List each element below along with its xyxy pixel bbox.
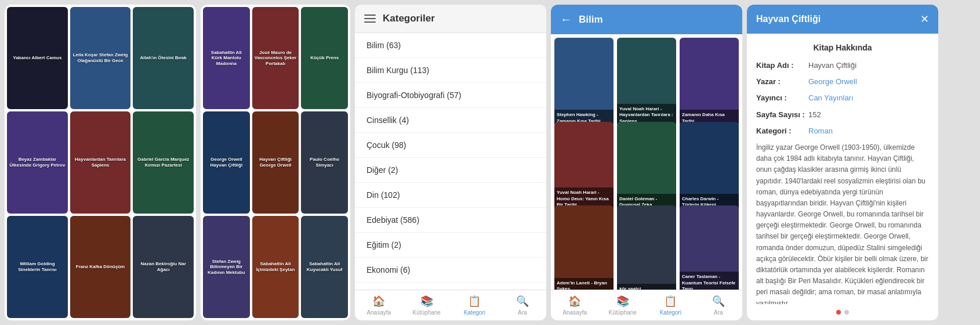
category-item-felsefe[interactable]: Felsefe (142) xyxy=(355,283,546,290)
book-cover[interactable]: Sabahattin Ali Kuyucaklı Yusuf xyxy=(301,216,348,318)
nav-icon: 📋 xyxy=(468,295,481,308)
detail-row-yazar: Yazar :George Orwell xyxy=(756,77,929,87)
category-item-bilim-kurgu[interactable]: Bilim Kurgu (113) xyxy=(355,58,546,83)
panel-bilim: ← Bilim Stephen Hawking - Zamanın Kısa T… xyxy=(551,5,742,320)
detail-row-kitap_adi: Kitap Adı :Hayvan Çiftliği xyxy=(756,60,929,71)
detail-value-sayfa: 152 xyxy=(808,110,821,120)
detail-label-kitap_adi: Kitap Adı : xyxy=(756,60,808,71)
close-icon[interactable]: ✕ xyxy=(920,13,929,26)
nav-icon: 🔍 xyxy=(516,295,529,308)
detail-fields: Kitap Adı :Hayvan ÇiftliğiYazar :George … xyxy=(756,60,929,136)
bilim-book-cover[interactable]: Stephen Hawking - Zamanın Kısa Tarihi xyxy=(554,38,614,127)
nav-icon: 🔍 xyxy=(712,295,725,308)
detail-header: Hayvan Çiftliği ✕ xyxy=(747,5,938,34)
panel-categories: Kategoriler Bilim (63)Bilim Kurgu (113)B… xyxy=(355,5,546,320)
bilim-book-cover[interactable]: Daniel Goleman - Duygusal Zeka xyxy=(617,122,676,211)
categories-header: Kategoriler xyxy=(355,5,546,33)
nav-icon: 📚 xyxy=(616,295,629,308)
nav-icon: 📋 xyxy=(664,295,677,308)
detail-content: Kitap Hakkında Kitap Adı :Hayvan Çiftliğ… xyxy=(747,34,938,304)
category-item-biyografi[interactable]: Biyografi-Otobiyografi (57) xyxy=(355,83,546,108)
nav-item-anasayfa[interactable]: 🏠Anasayfa xyxy=(355,290,403,320)
detail-header-title: Hayvan Çiftliği xyxy=(756,14,821,24)
book-cover[interactable]: William Golding Sineklerin Tanrısı xyxy=(7,216,68,318)
nav-item-anasayfa[interactable]: 🏠Anasayfa xyxy=(551,290,599,320)
book-cover[interactable]: Paulo Coelho Simyacı xyxy=(301,111,348,214)
detail-value-kategori[interactable]: Roman xyxy=(808,126,833,136)
book-cover[interactable]: Hayvan Çiftliği George Orwell xyxy=(252,111,299,214)
nav-item-ara[interactable]: 🔍Ara xyxy=(695,290,743,320)
book-cover[interactable]: José Mauro de Vasconcelos Şeker Portakal… xyxy=(252,7,299,109)
nav-icon: 📚 xyxy=(420,295,433,308)
nav-icon: 🏠 xyxy=(568,295,581,308)
book-cover[interactable]: Küçük Prens xyxy=(301,7,348,109)
nav-item-kütüphane[interactable]: 📚Kütüphane xyxy=(403,290,451,320)
bilim-book-cover[interactable]: Charles Darwin - Türlerin Kökeni xyxy=(680,122,739,211)
bilim-book-overlay: kör saatçi xyxy=(617,284,676,290)
book-cover[interactable]: Franz Kafka Dönüşüm xyxy=(70,216,131,318)
nav-item-kütüphane[interactable]: 📚Kütüphane xyxy=(599,290,647,320)
category-item-cinsellik[interactable]: Cinsellik (4) xyxy=(355,108,546,133)
nav-icon: 🏠 xyxy=(372,295,385,308)
nav-item-kategori[interactable]: 📋Kategori xyxy=(451,290,499,320)
bilim-header: ← Bilim xyxy=(551,5,742,34)
panel-book-grid-1: Yabancı Albert CamusLeila Koşar Stefan Z… xyxy=(5,5,196,320)
detail-description: İngiliz yazar George Orwell (1903-1950),… xyxy=(756,142,929,304)
book-cover[interactable]: Stefan Zweig Bilinmeyen Bir Kadının Mekt… xyxy=(203,216,250,318)
bilim-grid: Stephen Hawking - Zamanın Kısa Tarihi Yu… xyxy=(551,34,742,290)
panel-book-grid-2: Sabahattin Ali Kürk Mantolu MadonnaJosé … xyxy=(201,5,350,320)
bottom-nav-bilim: 🏠Anasayfa📚Kütüphane📋Kategori🔍Ara xyxy=(551,290,742,320)
detail-value-yayinci[interactable]: Can Yayınları xyxy=(808,93,854,103)
detail-label-kategori: Kategori : xyxy=(756,126,808,136)
book-cover[interactable]: Sabahattin Ali Kürk Mantolu Madonna xyxy=(203,7,250,109)
bilim-title: Bilim xyxy=(579,14,603,26)
bilim-book-overlay: Caner Taslaman - Kuantum Teorisi Felsefe… xyxy=(680,272,739,290)
category-item-egitim[interactable]: Eğitim (2) xyxy=(355,233,546,258)
detail-row-yayinci: Yayıncı :Can Yayınları xyxy=(756,93,929,103)
category-item-diger[interactable]: Diğer (2) xyxy=(355,158,546,183)
detail-row-sayfa: Sayfa Sayısı :152 xyxy=(756,110,929,120)
bilim-book-cover[interactable]: Zamanın Daha Kısa Tarihi xyxy=(680,38,739,127)
bilim-book-cover[interactable]: Adem'in Laneti - Bryan Sykes xyxy=(554,205,614,290)
dot-indicator-0[interactable] xyxy=(836,310,841,315)
category-item-ekonomi[interactable]: Ekonomi (6) xyxy=(355,258,546,283)
bilim-book-cover[interactable]: Yuval Noah Harari - Hayvanlardan Tanrıla… xyxy=(617,38,676,127)
book-cover[interactable]: George Orwell Hayvan Çiftliği xyxy=(203,111,250,214)
book-cover[interactable]: Leila Koşar Stefan Zweig Olağanüstü Bir … xyxy=(70,7,131,109)
hamburger-icon[interactable] xyxy=(364,15,376,23)
detail-value-kitap_adi: Hayvan Çiftliği xyxy=(808,60,856,71)
category-list: Bilim (63)Bilim Kurgu (113)Biyografi-Oto… xyxy=(355,33,546,290)
detail-row-kategori: Kategori :Roman xyxy=(756,126,929,136)
book-grid-1: Yabancı Albert CamusLeila Koşar Stefan Z… xyxy=(5,5,196,320)
category-item-cocuk[interactable]: Çocuk (98) xyxy=(355,133,546,158)
book-cover[interactable]: Yabancı Albert Camus xyxy=(7,7,68,109)
category-item-edebiyat[interactable]: Edebiyat (586) xyxy=(355,208,546,233)
bilim-book-cover[interactable]: Caner Taslaman - Kuantum Teorisi Felsefe… xyxy=(680,205,739,290)
book-cover[interactable]: Sabahattin Ali İçimizdeki Şeytan xyxy=(252,216,299,318)
category-item-bilim[interactable]: Bilim (63) xyxy=(355,33,546,58)
bilim-book-overlay: Adem'in Laneti - Bryan Sykes xyxy=(554,278,614,290)
book-cover[interactable]: Hayvanlardan Tanrılara Sapiens xyxy=(70,111,131,214)
dot-indicators xyxy=(747,304,938,320)
panel-book-detail: Hayvan Çiftliği ✕ Kitap Hakkında Kitap A… xyxy=(747,5,938,320)
detail-section-title: Kitap Hakkında xyxy=(756,43,929,52)
bilim-book-cover[interactable]: Yuval Noah Harari - Homo Deus: Yanın Kıs… xyxy=(554,122,614,211)
nav-item-ara[interactable]: 🔍Ara xyxy=(499,290,547,320)
nav-item-kategori[interactable]: 📋Kategori xyxy=(647,290,695,320)
detail-label-yayinci: Yayıncı : xyxy=(756,93,808,103)
book-cover[interactable]: Beyaz Zambaklar Ülkesinde Grigory Petrov xyxy=(7,111,68,214)
detail-value-yazar[interactable]: George Orwell xyxy=(808,77,857,87)
back-arrow-icon[interactable]: ← xyxy=(560,13,572,26)
detail-label-yazar: Yazar : xyxy=(756,77,808,87)
dot-indicator-1[interactable] xyxy=(844,310,849,315)
book-grid-2: Sabahattin Ali Kürk Mantolu MadonnaJosé … xyxy=(201,5,350,320)
book-cover[interactable]: Allah'ın Ötesini Bırak xyxy=(133,7,194,109)
category-item-din[interactable]: Din (102) xyxy=(355,183,546,208)
book-cover[interactable]: Nazan Bekiroğlu Nar Ağacı xyxy=(133,216,194,318)
categories-title: Kategoriler xyxy=(383,13,435,24)
bilim-book-cover[interactable]: kör saatçi xyxy=(617,205,676,290)
bottom-nav-categories: 🏠Anasayfa📚Kütüphane📋Kategori🔍Ara xyxy=(355,290,546,320)
book-cover[interactable]: Gabriel Garcia Marquez Kırmızı Pazartesi xyxy=(133,111,194,214)
detail-label-sayfa: Sayfa Sayısı : xyxy=(756,110,808,120)
